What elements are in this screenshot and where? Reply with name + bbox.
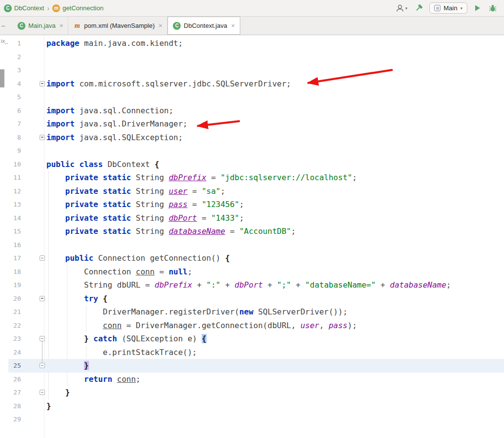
code-line[interactable] (46, 50, 504, 64)
code-line[interactable]: conn = DriverManager.getConnection(dbURL… (46, 319, 504, 333)
code-line[interactable]: private static String user = "sa"; (46, 185, 504, 198)
run-button[interactable] (472, 3, 483, 13)
code-line[interactable]: } (46, 359, 504, 373)
code-line[interactable]: try { (46, 292, 504, 306)
code-token: + (263, 280, 277, 290)
code-line[interactable]: import java.sql.DriverManager; (46, 117, 504, 131)
line-number[interactable]: 18 (8, 265, 21, 279)
close-icon[interactable]: × (159, 22, 163, 29)
line-number[interactable]: 26 (8, 373, 21, 386)
tab-main-java[interactable]: CMain.java× (13, 17, 68, 35)
code-line[interactable]: Connection conn = null; (46, 265, 504, 279)
build-project-button[interactable] (413, 2, 424, 14)
code-token: = (188, 187, 202, 196)
line-number[interactable]: 16 (8, 238, 21, 252)
tab-pom-xml-mavensample-[interactable]: mpom.xml (MavenSample)× (68, 17, 168, 35)
line-number[interactable]: 24 (8, 346, 21, 359)
code-line[interactable]: } catch (SQLException e) { (46, 332, 504, 346)
fold-marker-icon[interactable] (40, 255, 45, 261)
breadcrumb-item-method[interactable]: m getConnection (52, 4, 104, 12)
line-number[interactable]: 2 (8, 50, 21, 64)
code-token: ; (188, 267, 192, 276)
code-token (46, 173, 65, 182)
line-number[interactable]: 29 (8, 413, 21, 426)
line-number[interactable]: 10 (8, 158, 21, 171)
code-token: + (376, 280, 390, 290)
fold-marker-icon[interactable] (40, 363, 45, 368)
fold-marker-icon[interactable] (40, 81, 45, 86)
code-line[interactable] (46, 144, 504, 158)
line-number[interactable]: 1 (8, 37, 21, 50)
code-line[interactable]: private static String databaseName = "Ac… (46, 225, 504, 238)
fold-marker-icon[interactable] (40, 296, 45, 301)
line-number[interactable]: 15 (8, 225, 21, 238)
tool-window-stripe-label[interactable]: ix_ (1, 38, 8, 44)
code-area[interactable]: package main.java.com.kiendt;import com.… (46, 37, 504, 426)
code-line[interactable]: import java.sql.Connection; (46, 104, 504, 118)
user-menu-button[interactable]: ▾ (394, 2, 409, 14)
code-token: { (225, 253, 230, 263)
code-line[interactable]: private static String dbPrefix = "jdbc:s… (46, 171, 504, 185)
line-number[interactable]: 3 (8, 63, 21, 77)
line-number[interactable]: 19 (8, 278, 21, 292)
tool-stripe-indicator[interactable] (0, 69, 4, 87)
code-token: ); (348, 321, 357, 330)
code-line[interactable]: private static String dbPort = "1433"; (46, 211, 504, 225)
close-icon[interactable]: × (60, 22, 63, 29)
code-line[interactable] (46, 413, 504, 426)
code-line[interactable] (46, 238, 504, 252)
run-config-select[interactable]: Main ▾ (429, 2, 467, 14)
fold-marker-icon[interactable] (40, 135, 45, 140)
line-number[interactable]: 21 (8, 305, 21, 319)
code-token: private static (65, 213, 131, 223)
line-number[interactable]: 14 (8, 211, 21, 225)
line-number[interactable]: 9 (8, 144, 21, 158)
line-number[interactable]: 11 (8, 171, 21, 185)
code-line[interactable]: public class DbContext { (46, 158, 504, 171)
code-line[interactable] (46, 63, 504, 77)
debug-button[interactable] (487, 3, 498, 14)
editor-gutter[interactable]: 1234567891011121314151617181920212223242… (8, 37, 21, 426)
line-number[interactable]: 28 (8, 399, 21, 413)
line-number[interactable]: 22 (8, 319, 21, 333)
code-token (98, 294, 103, 303)
code-line[interactable]: package main.java.com.kiendt; (46, 37, 504, 50)
code-line[interactable]: } (46, 386, 504, 399)
code-line[interactable]: } (46, 399, 504, 413)
code-line[interactable]: String dbURL = dbPrefix + ":" + dbPort +… (46, 278, 504, 292)
code-line[interactable]: import com.microsoft.sqlserver.jdbc.SQLS… (46, 77, 504, 91)
chevron-down-icon: ▾ (460, 6, 462, 11)
line-number[interactable]: 23 (8, 332, 21, 346)
code-token: } (84, 361, 89, 370)
line-number[interactable]: 27 (8, 386, 21, 399)
code-line[interactable]: e.printStackTrace(); (46, 346, 504, 359)
line-number[interactable]: 5 (8, 90, 21, 104)
line-number[interactable]: 6 (8, 104, 21, 118)
editor[interactable]: ix_ 123456789101112131415161718192021222… (0, 35, 504, 438)
tab-dbcontext-java[interactable]: CDbContext.java× (168, 17, 240, 35)
line-number[interactable]: 20 (8, 292, 21, 306)
line-number[interactable]: 7 (8, 117, 21, 131)
code-token: (SQLException e) (117, 334, 202, 343)
code-token: public class (46, 160, 103, 169)
code-line[interactable]: import java.sql.SQLException; (46, 131, 504, 145)
fold-marker-icon[interactable] (40, 336, 45, 341)
code-line[interactable]: return conn; (46, 373, 504, 386)
line-number[interactable]: 8 (8, 131, 21, 145)
main-toolbar: C DbContext › m getConnection ▾ (0, 0, 504, 17)
line-number[interactable]: 12 (8, 185, 21, 198)
code-line[interactable]: private static String pass = "123456"; (46, 198, 504, 211)
code-token: "1433" (211, 213, 239, 223)
user-icon (395, 3, 405, 13)
code-line[interactable]: DriverManager.registerDriver(new SQLServ… (46, 305, 504, 319)
close-icon[interactable]: × (231, 22, 235, 29)
line-number[interactable]: 25 (8, 359, 21, 373)
line-number[interactable]: 13 (8, 198, 21, 211)
fold-marker-icon[interactable] (40, 390, 45, 395)
line-number[interactable]: 17 (8, 251, 21, 265)
code-token: + (220, 280, 234, 290)
code-line[interactable] (46, 90, 504, 104)
breadcrumb-item-class[interactable]: C DbContext (4, 4, 44, 12)
code-line[interactable]: public Connection getConnection() { (46, 251, 504, 265)
line-number[interactable]: 4 (8, 77, 21, 91)
